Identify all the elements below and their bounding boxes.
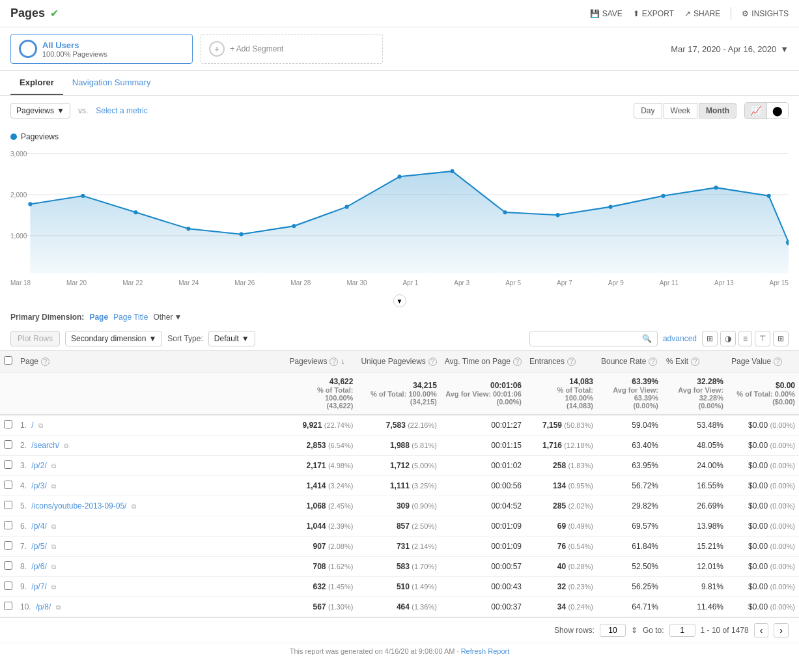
row-upv: 1,111 (3.25%)	[357, 476, 440, 496]
grid-view-button[interactable]: ⊞	[702, 331, 718, 346]
date-range-selector[interactable]: Mar 17, 2020 - Apr 16, 2020 ▼	[671, 34, 789, 64]
search-icon[interactable]: 🔍	[642, 334, 652, 343]
tab-bar: Explorer Navigation Summary	[0, 71, 799, 96]
row-ent-pct: (1.83%)	[568, 462, 593, 469]
table-view-button[interactable]: ⊞	[773, 331, 789, 346]
row-ent: 1,716 (12.18%)	[526, 436, 597, 456]
row-copy-icon[interactable]: ⧉	[64, 442, 68, 449]
row-pageviews: 907 (2.08%)	[285, 537, 357, 557]
row-copy-icon[interactable]: ⧉	[38, 422, 43, 429]
row-page-link[interactable]: /	[31, 421, 33, 430]
plot-rows-button[interactable]: Plot Rows	[10, 331, 60, 346]
share-button[interactable]: ↗ SHARE	[684, 9, 720, 18]
row-page-link[interactable]: /p/6/	[31, 562, 46, 571]
go-to-input[interactable]	[669, 624, 695, 637]
row-copy-icon[interactable]: ⧉	[51, 462, 56, 469]
ent-help-icon[interactable]: ?	[567, 357, 576, 366]
row-checkbox[interactable]	[4, 541, 12, 550]
pie-chart-button[interactable]: ⬤	[767, 103, 788, 119]
row-copy-icon[interactable]: ⧉	[51, 583, 56, 591]
export-button[interactable]: ⬆ EXPORT	[633, 9, 674, 18]
row-copy-icon[interactable]: ⧉	[56, 604, 61, 611]
line-chart-button[interactable]: 📈	[745, 103, 767, 119]
row-pval-pct: (0.00%)	[770, 583, 795, 591]
row-checkbox[interactable]	[4, 521, 12, 529]
row-copy-icon[interactable]: ⧉	[51, 563, 56, 570]
row-page-link[interactable]: /p/3/	[31, 481, 46, 490]
week-period-button[interactable]: Week	[664, 103, 697, 119]
row-checkbox[interactable]	[4, 460, 12, 469]
day-period-button[interactable]: Day	[634, 103, 662, 119]
divider	[731, 7, 731, 20]
row-copy-icon[interactable]: ⧉	[51, 523, 56, 530]
select-metric-link[interactable]: Select a metric	[96, 106, 147, 115]
date-range-chevron-icon: ▼	[780, 44, 789, 54]
pageviews-help-icon[interactable]: ?	[329, 357, 338, 366]
page-help-icon[interactable]: ?	[41, 357, 49, 366]
th-entrances: Entrances ?	[526, 351, 597, 372]
row-br: 63.95%	[597, 456, 662, 476]
dim-option-page-title[interactable]: Page Title	[113, 313, 148, 322]
row-page: 10. /p/8/ ⧉	[16, 597, 285, 617]
row-checkbox[interactable]	[4, 602, 12, 610]
all-users-segment[interactable]: All Users 100.00% Pageviews	[10, 34, 193, 64]
pie-view-button[interactable]: ◑	[720, 331, 736, 346]
th-pageviews[interactable]: Pageviews ? ↓	[285, 351, 357, 372]
table-row: 5. /icons/youtube-2013-09-05/ ⧉ 1,068 (2…	[0, 496, 799, 516]
row-copy-icon[interactable]: ⧉	[51, 483, 56, 490]
atp-help-icon[interactable]: ?	[513, 357, 522, 366]
next-page-button[interactable]: ›	[774, 623, 789, 637]
svg-point-9	[133, 210, 137, 214]
exit-help-icon[interactable]: ?	[691, 357, 699, 366]
insights-button[interactable]: ⚙ INSIGHTS	[742, 9, 789, 18]
show-rows-input[interactable]	[600, 624, 626, 637]
row-upv-value: 1,712	[390, 461, 410, 470]
br-help-icon[interactable]: ?	[649, 357, 657, 366]
expand-chart-button[interactable]: ▼	[393, 294, 406, 307]
prev-page-button[interactable]: ‹	[754, 623, 769, 637]
row-checkbox[interactable]	[4, 481, 12, 489]
refresh-report-link[interactable]: Refresh Report	[461, 647, 510, 655]
row-copy-icon[interactable]: ⧉	[51, 543, 56, 550]
row-checkbox[interactable]	[4, 440, 12, 449]
row-checkbox[interactable]	[4, 581, 12, 590]
tab-explorer[interactable]: Explorer	[10, 71, 63, 95]
row-num: 3.	[20, 461, 27, 470]
save-button[interactable]: 💾 SAVE	[590, 9, 623, 18]
dim-option-other[interactable]: Other ▼	[153, 313, 182, 322]
row-copy-icon[interactable]: ⧉	[132, 503, 136, 510]
pval-help-icon[interactable]: ?	[774, 357, 782, 366]
row-page-link[interactable]: /p/5/	[31, 542, 46, 551]
tab-navigation-summary[interactable]: Navigation Summary	[63, 71, 160, 95]
row-page-link[interactable]: /p/8/	[36, 602, 51, 611]
search-input[interactable]	[535, 334, 639, 343]
row-pageviews: 2,171 (4.98%)	[285, 456, 357, 476]
row-pv-value: 2,171	[307, 461, 326, 470]
row-checkbox[interactable]	[4, 501, 12, 509]
comparison-view-button[interactable]: ≡	[738, 331, 752, 346]
row-page-link[interactable]: /search/	[31, 441, 59, 450]
row-checkbox[interactable]	[4, 420, 12, 428]
sort-chevron-icon: ▼	[242, 334, 249, 343]
row-page-link[interactable]: /p/4/	[31, 522, 46, 531]
row-pval-pct: (0.00%)	[770, 421, 795, 429]
dim-option-page[interactable]: Page	[89, 313, 108, 322]
row-page: 3. /p/2/ ⧉	[16, 456, 285, 476]
save-icon: 💾	[590, 9, 600, 18]
row-checkbox[interactable]	[4, 561, 12, 570]
secondary-dimension-select[interactable]: Secondary dimension ▼	[65, 331, 162, 346]
row-pageviews: 1,068 (2.45%)	[285, 496, 357, 516]
pivot-view-button[interactable]: ⊤	[755, 331, 770, 346]
sort-type-select[interactable]: Default ▼	[208, 331, 255, 346]
add-segment-button[interactable]: + + Add Segment	[201, 34, 383, 64]
metric-select[interactable]: Pageviews ▼	[10, 103, 70, 119]
month-period-button[interactable]: Month	[699, 103, 736, 119]
row-page-link[interactable]: /icons/youtube-2013-09-05/	[31, 501, 126, 511]
header-left: Pages ✔	[10, 7, 59, 20]
advanced-link[interactable]: advanced	[663, 334, 697, 343]
row-atp: 00:04:52	[441, 496, 526, 516]
select-all-checkbox[interactable]	[4, 356, 12, 365]
row-page-link[interactable]: /p/7/	[31, 582, 46, 591]
row-page-link[interactable]: /p/2/	[31, 461, 46, 470]
upv-help-icon[interactable]: ?	[428, 357, 437, 366]
